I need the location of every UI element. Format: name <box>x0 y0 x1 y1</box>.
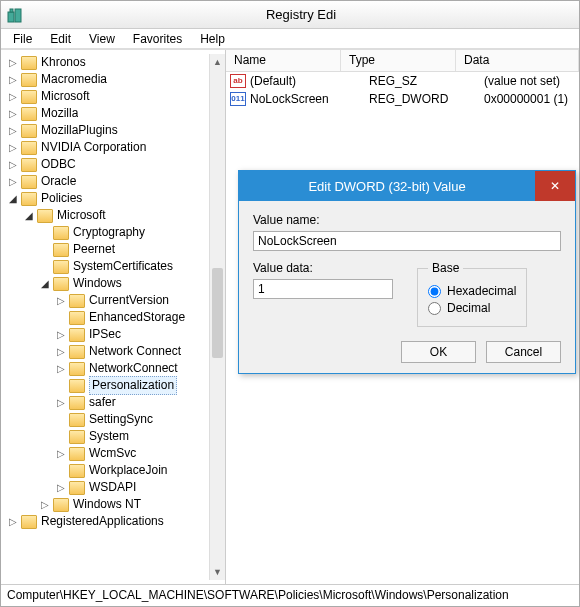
list-header: Name Type Data <box>226 50 579 72</box>
folder-icon <box>21 90 37 104</box>
expand-right-icon[interactable]: ▷ <box>7 54 19 71</box>
expand-right-icon[interactable]: ▷ <box>7 173 19 190</box>
svg-rect-1 <box>15 9 21 22</box>
tree-item-safer[interactable]: ▷safer <box>1 394 209 411</box>
scrollbar-thumb[interactable] <box>212 268 223 358</box>
value-data-label: Value data: <box>253 261 393 275</box>
expand-down-icon[interactable]: ◢ <box>39 275 51 292</box>
expand-down-icon[interactable]: ◢ <box>7 190 19 207</box>
tree-item-oracle[interactable]: ▷Oracle <box>1 173 209 190</box>
tree-item-system[interactable]: ▷System <box>1 428 209 445</box>
expand-right-icon[interactable]: ▷ <box>7 122 19 139</box>
tree-vertical-scrollbar[interactable]: ▲ ▼ <box>209 54 225 580</box>
expand-right-icon[interactable]: ▷ <box>55 326 67 343</box>
folder-icon <box>69 396 85 410</box>
menu-favorites[interactable]: Favorites <box>125 30 190 48</box>
tree-item-cryptography[interactable]: ▷Cryptography <box>1 224 209 241</box>
tree-item-networkconnect[interactable]: ▷NetworkConnect <box>1 360 209 377</box>
column-name[interactable]: Name <box>226 50 341 71</box>
menu-view[interactable]: View <box>81 30 123 48</box>
cancel-button[interactable]: Cancel <box>486 341 561 363</box>
column-data[interactable]: Data <box>456 50 579 71</box>
folder-icon <box>21 73 37 87</box>
tree-item-label: NetworkConnect <box>89 360 178 377</box>
expand-right-icon[interactable]: ▷ <box>7 105 19 122</box>
tree-item-nvidia-corporation[interactable]: ▷NVIDIA Corporation <box>1 139 209 156</box>
expand-right-icon[interactable]: ▷ <box>55 479 67 496</box>
tree-item-workplacejoin[interactable]: ▷WorkplaceJoin <box>1 462 209 479</box>
list-row[interactable]: 011NoLockScreenREG_DWORD0x00000001 (1) <box>226 90 579 108</box>
tree-item-label: SystemCertificates <box>73 258 173 275</box>
folder-icon <box>69 447 85 461</box>
svg-rect-0 <box>8 12 14 22</box>
folder-icon <box>53 498 69 512</box>
binary-value-icon: 011 <box>230 92 246 106</box>
tree-item-currentversion[interactable]: ▷CurrentVersion <box>1 292 209 309</box>
expand-right-icon[interactable]: ▷ <box>55 343 67 360</box>
expand-right-icon[interactable]: ▷ <box>55 360 67 377</box>
expand-right-icon[interactable]: ▷ <box>7 513 19 530</box>
tree-item-enhancedstorage[interactable]: ▷EnhancedStorage <box>1 309 209 326</box>
folder-icon <box>53 260 69 274</box>
tree-item-registeredapplications[interactable]: ▷RegisteredApplications <box>1 513 209 530</box>
tree-item-label: MozillaPlugins <box>41 122 118 139</box>
list-row[interactable]: ab(Default)REG_SZ(value not set) <box>226 72 579 90</box>
expand-right-icon[interactable]: ▷ <box>55 445 67 462</box>
close-button[interactable]: ✕ <box>535 171 575 201</box>
tree-item-label: Peernet <box>73 241 115 258</box>
tree-item-policies[interactable]: ◢Policies <box>1 190 209 207</box>
expand-right-icon[interactable]: ▷ <box>7 139 19 156</box>
cell-type: REG_SZ <box>361 74 476 88</box>
expand-right-icon[interactable]: ▷ <box>39 496 51 513</box>
tree-item-macromedia[interactable]: ▷Macromedia <box>1 71 209 88</box>
tree-item-settingsync[interactable]: ▷SettingSync <box>1 411 209 428</box>
folder-icon <box>69 481 85 495</box>
folder-icon <box>21 141 37 155</box>
tree-item-mozillaplugins[interactable]: ▷MozillaPlugins <box>1 122 209 139</box>
menu-edit[interactable]: Edit <box>42 30 79 48</box>
dialog-titlebar[interactable]: Edit DWORD (32-bit) Value ✕ <box>239 171 575 201</box>
tree-item-wsdapi[interactable]: ▷WSDAPI <box>1 479 209 496</box>
column-type[interactable]: Type <box>341 50 456 71</box>
tree-item-windows[interactable]: ◢Windows <box>1 275 209 292</box>
tree-item-wcmsvc[interactable]: ▷WcmSvc <box>1 445 209 462</box>
folder-icon <box>21 124 37 138</box>
ok-button[interactable]: OK <box>401 341 476 363</box>
menu-file[interactable]: File <box>5 30 40 48</box>
tree-item-microsoft[interactable]: ◢Microsoft <box>1 207 209 224</box>
tree-item-peernet[interactable]: ▷Peernet <box>1 241 209 258</box>
tree-item-network-connect[interactable]: ▷Network Connect <box>1 343 209 360</box>
folder-icon <box>53 243 69 257</box>
expand-right-icon[interactable]: ▷ <box>55 394 67 411</box>
tree-item-personalization[interactable]: ▷Personalization <box>1 377 209 394</box>
folder-icon <box>37 209 53 223</box>
folder-icon <box>69 311 85 325</box>
folder-icon <box>53 277 69 291</box>
hexadecimal-radio[interactable] <box>428 285 441 298</box>
tree-item-mozilla[interactable]: ▷Mozilla <box>1 105 209 122</box>
decimal-radio[interactable] <box>428 302 441 315</box>
value-name-input[interactable] <box>253 231 561 251</box>
tree-item-label: WSDAPI <box>89 479 136 496</box>
tree-item-windows-nt[interactable]: ▷Windows NT <box>1 496 209 513</box>
tree-item-label: Oracle <box>41 173 76 190</box>
tree-item-khronos[interactable]: ▷Khronos <box>1 54 209 71</box>
expand-right-icon[interactable]: ▷ <box>55 292 67 309</box>
tree-item-systemcertificates[interactable]: ▷SystemCertificates <box>1 258 209 275</box>
tree-item-label: IPSec <box>89 326 121 343</box>
menu-bar: File Edit View Favorites Help <box>1 29 579 49</box>
folder-icon <box>69 328 85 342</box>
tree-item-odbc[interactable]: ▷ODBC <box>1 156 209 173</box>
scroll-down-icon[interactable]: ▼ <box>210 564 225 580</box>
expand-right-icon[interactable]: ▷ <box>7 71 19 88</box>
scroll-up-icon[interactable]: ▲ <box>210 54 225 70</box>
menu-help[interactable]: Help <box>192 30 233 48</box>
tree-item-microsoft[interactable]: ▷Microsoft <box>1 88 209 105</box>
expand-down-icon[interactable]: ◢ <box>23 207 35 224</box>
expand-right-icon[interactable]: ▷ <box>7 156 19 173</box>
expand-right-icon[interactable]: ▷ <box>7 88 19 105</box>
tree-item-ipsec[interactable]: ▷IPSec <box>1 326 209 343</box>
tree-item-label: Windows <box>73 275 122 292</box>
value-data-input[interactable] <box>253 279 393 299</box>
tree-item-label: Network Connect <box>89 343 181 360</box>
